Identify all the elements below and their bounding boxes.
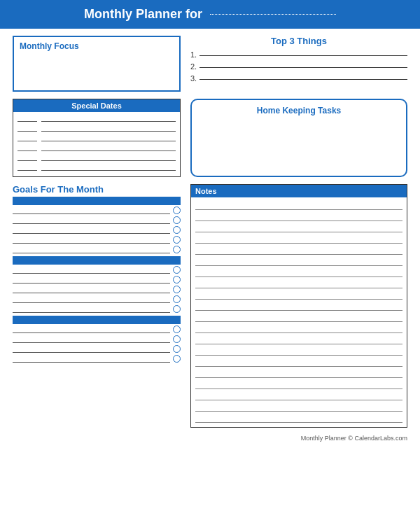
- goal-line: [13, 296, 170, 303]
- special-dates-title: Special Dates: [13, 99, 180, 112]
- monthly-focus-title: Monthly Focus: [20, 41, 174, 51]
- top3-num-1: 1.: [190, 50, 197, 59]
- top3-item-3: 3.: [190, 74, 407, 83]
- notes-line: [195, 279, 402, 288]
- goal-row: [13, 276, 181, 284]
- goal-circle: [173, 326, 181, 333]
- goal-row: [13, 355, 181, 363]
- goal-group-3: [13, 316, 181, 363]
- goal-circle: [173, 266, 181, 274]
- goal-line: [13, 306, 170, 313]
- top3-line-2: [200, 67, 407, 68]
- goal-line: [13, 237, 170, 244]
- goal-group-header-1: [13, 197, 181, 205]
- notes-line: [195, 301, 402, 311]
- date-row: [18, 154, 176, 161]
- top3-item-2: 2.: [190, 62, 407, 71]
- goal-circle: [173, 295, 181, 303]
- notes-line: [195, 256, 402, 266]
- goal-circle: [173, 206, 181, 214]
- top3-num-3: 3.: [190, 74, 197, 83]
- home-keeping-title: Home Keeping Tasks: [197, 106, 400, 115]
- date-cell: [18, 125, 37, 132]
- notes-body: [191, 197, 407, 427]
- notes-line: [195, 200, 402, 210]
- goal-circle: [173, 216, 181, 224]
- goal-row: [13, 236, 181, 244]
- notes-line: [195, 223, 402, 232]
- goal-line: [13, 276, 170, 284]
- notes-line: [195, 245, 402, 255]
- date-cell: [18, 134, 37, 141]
- notes-line: [195, 211, 402, 221]
- goal-circle: [173, 355, 181, 363]
- footer: Monthly Planner © CalendarLabs.com: [0, 432, 420, 442]
- date-desc: [41, 115, 176, 122]
- header-title: Monthly Planner for: [84, 7, 202, 21]
- goal-row: [13, 246, 181, 253]
- goal-row: [13, 266, 181, 274]
- top3-container: Top 3 Things 1. 2. 3.: [190, 36, 407, 92]
- goal-line: [13, 207, 170, 214]
- home-keeping-box: Home Keeping Tasks: [190, 99, 407, 177]
- notes-line: [195, 290, 402, 300]
- special-dates-body: [13, 112, 180, 176]
- date-desc: [41, 125, 176, 132]
- goal-row: [13, 206, 181, 214]
- notes-line: [195, 267, 402, 277]
- date-desc: [41, 154, 176, 161]
- goal-line: [13, 346, 170, 353]
- goal-row: [13, 286, 181, 293]
- goal-line: [13, 356, 170, 363]
- goal-line: [13, 267, 170, 274]
- page-header: Monthly Planner for: [0, 0, 420, 29]
- date-row: [18, 144, 176, 151]
- date-desc: [41, 164, 176, 171]
- main-content: Monthly Focus Top 3 Things 1. 2. 3. Spec…: [0, 29, 420, 432]
- goals-title: Goals For The Month: [13, 184, 181, 195]
- special-dates-box: Special Dates: [13, 99, 181, 177]
- goal-circle: [173, 236, 181, 244]
- notes-line: [195, 346, 402, 356]
- top3-num-2: 2.: [190, 62, 197, 71]
- notes-line: [195, 402, 402, 412]
- notes-line: [195, 312, 402, 322]
- date-desc: [41, 144, 176, 151]
- date-desc: [41, 134, 176, 141]
- row3: Goals For The Month: [13, 184, 407, 428]
- goal-circle: [173, 246, 181, 253]
- goals-column: Goals For The Month: [13, 184, 181, 428]
- header-title-line: [210, 14, 336, 15]
- row2: Special Dates Home Keeping Tasks: [13, 99, 407, 177]
- notes-column: Notes: [190, 184, 407, 428]
- date-row: [18, 134, 176, 141]
- top3-item-1: 1.: [190, 50, 407, 59]
- goal-line: [13, 336, 170, 343]
- top3-line-3: [200, 79, 407, 80]
- notes-line: [195, 368, 402, 378]
- goal-row: [13, 326, 181, 333]
- goal-line: [13, 217, 170, 224]
- goal-group-1: [13, 197, 181, 253]
- notes-title: Notes: [191, 185, 407, 197]
- notes-line: [195, 234, 402, 244]
- date-row: [18, 125, 176, 132]
- row1: Monthly Focus Top 3 Things 1. 2. 3.: [13, 36, 407, 92]
- date-cell: [18, 144, 37, 151]
- footer-text: Monthly Planner © CalendarLabs.com: [301, 435, 407, 442]
- goal-row: [13, 226, 181, 234]
- date-row: [18, 164, 176, 171]
- date-cell: [18, 115, 37, 122]
- goal-circle: [173, 226, 181, 234]
- notes-line: [195, 335, 402, 344]
- goal-line: [13, 326, 170, 333]
- goal-row: [13, 216, 181, 224]
- goal-circle: [173, 345, 181, 353]
- goal-line: [13, 246, 170, 253]
- goal-row: [13, 295, 181, 303]
- notes-line: [195, 391, 402, 400]
- goal-circle: [173, 305, 181, 313]
- goal-row: [13, 335, 181, 343]
- goal-row: [13, 345, 181, 353]
- monthly-focus-box: Monthly Focus: [13, 36, 181, 92]
